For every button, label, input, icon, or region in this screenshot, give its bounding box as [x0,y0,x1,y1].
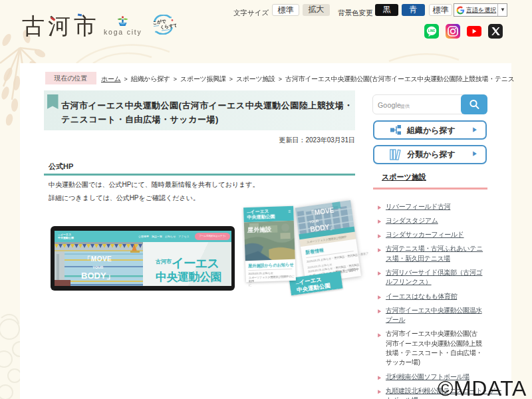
svg-text:LINE: LINE [428,29,435,33]
svg-text:くらすで: くらすで [160,23,176,31]
